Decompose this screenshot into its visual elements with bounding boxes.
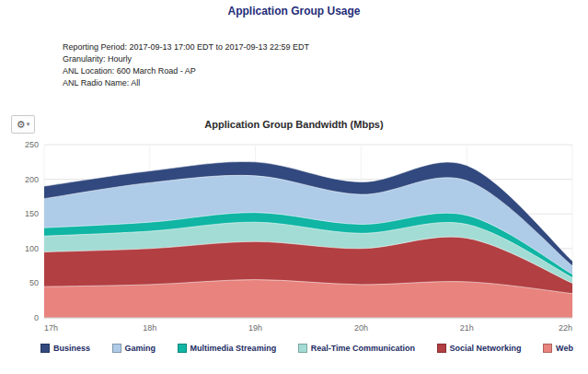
svg-text:50: 50 — [29, 278, 39, 287]
report-page: Application Group Usage Reporting Period… — [0, 0, 588, 374]
legend-label: Social Networking — [450, 344, 522, 353]
svg-text:21h: 21h — [460, 323, 474, 333]
svg-text:250: 250 — [25, 140, 39, 149]
chart-title: Application Group Bandwidth (Mbps) — [0, 113, 588, 130]
svg-text:200: 200 — [25, 175, 39, 184]
svg-text:22h: 22h — [559, 323, 572, 333]
legend-item-multimedia-streaming[interactable]: Multimedia Streaming — [178, 344, 277, 353]
legend-swatch — [112, 344, 121, 353]
legend-label: Gaming — [125, 344, 156, 353]
chart-legend: BusinessGamingMultimedia StreamingReal-T… — [0, 340, 588, 353]
svg-text:0: 0 — [34, 313, 39, 322]
legend-item-real-time-communication[interactable]: Real-Time Communication — [298, 344, 415, 353]
legend-item-business[interactable]: Business — [40, 344, 90, 353]
chart-wrap: 05010015020025017h18h19h20h21h22h — [7, 135, 588, 340]
svg-text:100: 100 — [25, 244, 39, 253]
legend-label: Real-Time Communication — [311, 344, 415, 353]
anl-radio-name: ANL Radio Name: All — [63, 77, 588, 89]
chart-options-button[interactable]: ⚙ ▾ — [11, 115, 35, 134]
page-title: Application Group Usage — [0, 0, 588, 18]
svg-text:19h: 19h — [248, 323, 262, 333]
svg-text:17h: 17h — [44, 323, 58, 333]
anl-location: ANL Location: 600 March Road - AP — [63, 65, 588, 77]
legend-label: Web — [556, 344, 573, 353]
legend-item-social-networking[interactable]: Social Networking — [437, 344, 522, 353]
granularity: Granularity: Hourly — [63, 53, 588, 65]
legend-swatch — [40, 344, 50, 353]
chart-header: ⚙ ▾ Application Group Bandwidth (Mbps) — [0, 113, 588, 135]
gear-icon: ⚙ — [17, 119, 26, 131]
legend-swatch — [298, 344, 307, 353]
legend-swatch — [178, 344, 187, 353]
legend-swatch — [437, 344, 446, 353]
legend-item-web[interactable]: Web — [543, 344, 573, 353]
svg-text:20h: 20h — [354, 323, 368, 333]
legend-swatch — [543, 344, 552, 353]
chevron-down-icon: ▾ — [27, 121, 30, 128]
legend-item-gaming[interactable]: Gaming — [112, 344, 156, 353]
legend-label: Multimedia Streaming — [190, 344, 277, 353]
svg-text:150: 150 — [25, 209, 39, 218]
chart-section: ⚙ ▾ Application Group Bandwidth (Mbps) 0… — [0, 113, 588, 353]
report-meta: Reporting Period: 2017-09-13 17:00 EDT t… — [63, 41, 588, 89]
bandwidth-area-chart: 05010015020025017h18h19h20h21h22h — [7, 135, 582, 336]
reporting-period: Reporting Period: 2017-09-13 17:00 EDT t… — [63, 41, 588, 53]
svg-text:18h: 18h — [143, 323, 156, 333]
legend-label: Business — [53, 344, 90, 353]
